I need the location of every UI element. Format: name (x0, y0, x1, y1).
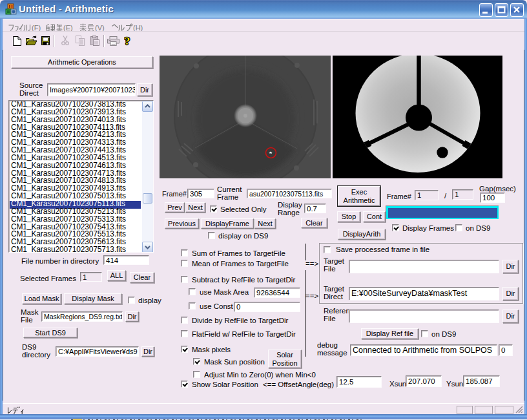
svg-text:?: ? (125, 35, 130, 47)
